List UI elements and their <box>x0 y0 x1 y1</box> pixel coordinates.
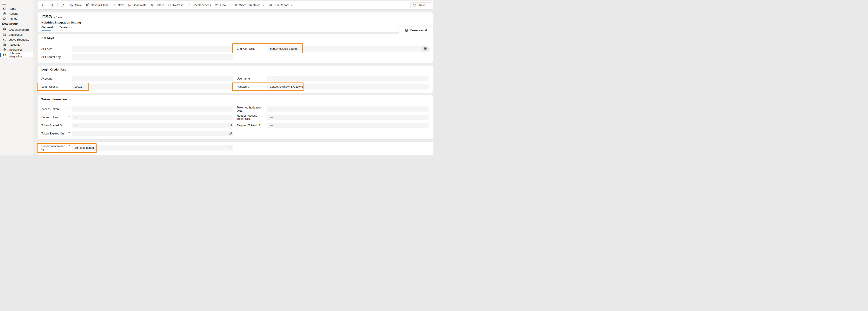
field-row: Access Token + --- <box>41 106 233 112</box>
field-row: API Key --- <box>41 46 233 51</box>
recommended-marker: + <box>68 115 70 117</box>
tab-general[interactable]: General <box>41 26 53 29</box>
form-selector-button[interactable] <box>49 2 57 8</box>
dashboard-icon <box>2 28 6 31</box>
form-header: ITSG - Saved Hubdrive Integration Settin… <box>37 12 433 32</box>
button-label: Word Templates <box>239 3 260 7</box>
form-assist-icon <box>405 29 409 32</box>
tab-label: Related <box>59 26 69 29</box>
api-secret-key-field[interactable]: --- <box>72 54 233 60</box>
date-picker-button[interactable] <box>229 132 232 136</box>
run-report-button[interactable]: Run Report <box>267 2 295 8</box>
hamburger-menu-button[interactable] <box>2 2 6 5</box>
back-button[interactable] <box>39 2 47 8</box>
tab-related[interactable]: Related <box>59 26 73 29</box>
chevron-down-icon[interactable] <box>29 18 32 20</box>
sidebar-item-label: Insurances <box>9 48 22 51</box>
sidebar-item-accounts[interactable]: Accounts <box>0 42 33 47</box>
api-key-field[interactable]: --- <box>72 46 233 51</box>
button-label: Refresh <box>173 3 183 7</box>
token-started-on-field[interactable]: --- <box>72 123 233 128</box>
sidebar-item-label: Recent <box>9 12 18 15</box>
field-label: Request Token URL <box>237 124 262 127</box>
recommended-marker: + <box>68 107 70 109</box>
check-access-button[interactable]: Check Access <box>185 2 213 8</box>
recommended-marker: + <box>68 131 70 134</box>
save-button[interactable]: Save <box>68 2 84 8</box>
form-icon <box>51 3 55 7</box>
open-url-button[interactable] <box>422 46 429 51</box>
field-row: Username --- <box>237 76 429 81</box>
button-label: Delete <box>156 3 164 7</box>
form-assist-button[interactable]: Form assist <box>399 27 433 34</box>
section-title: Login Credentials <box>41 68 66 71</box>
employee-badge-icon <box>2 33 6 36</box>
field-label: Request Access Token URL <box>237 114 257 120</box>
calendar-icon <box>229 124 232 128</box>
record-maintained-by-select[interactable]: Self Maintained <box>72 145 233 150</box>
save-and-close-button[interactable]: Save & Close <box>84 2 111 8</box>
globe-icon <box>424 47 427 51</box>
command-bar: Save Save & Close New Deactivate <box>37 1 433 9</box>
sidebar-group-label: New Group <box>2 22 18 25</box>
chevron-down-icon <box>71 26 73 29</box>
flow-button[interactable]: Flow <box>213 2 232 8</box>
field-label: Password <box>237 85 249 89</box>
deactivate-icon <box>128 3 131 7</box>
home-person-icon <box>2 38 6 41</box>
clock-icon <box>2 12 6 15</box>
password-field[interactable]: 12$d#?EWnbVY$]OcLwn} <box>267 84 429 90</box>
token-authorization-url-field[interactable]: --- <box>267 106 429 112</box>
word-templates-button[interactable]: Word Templates <box>232 2 267 8</box>
field-row: EndPoint URL https://test.xisi-eau.de <box>237 46 429 51</box>
refresh-button[interactable]: Refresh <box>166 2 185 8</box>
trash-icon <box>151 3 154 7</box>
date-picker-button[interactable] <box>229 124 232 128</box>
popout-icon <box>61 3 64 7</box>
username-field[interactable]: --- <box>267 76 429 81</box>
deactivate-button[interactable]: Deactivate <box>126 2 148 8</box>
request-token-url-field[interactable]: --- <box>267 123 429 128</box>
field-label: Token Authorization URL <box>237 106 261 112</box>
section-title: Api Keys <box>41 36 54 40</box>
sidebar-item-label: eAU Dashboard <box>9 28 29 31</box>
button-label: Share <box>417 4 425 7</box>
endpoint-url-field[interactable]: https://test.xisi-eau.de <box>267 46 429 51</box>
save-status: - Saved <box>54 16 63 19</box>
section-login-credentials: Login Credentials Account --- Login User… <box>37 66 433 93</box>
sidebar-item-insurances[interactable]: Insurances <box>0 47 33 52</box>
field-label: API Secret Key <box>41 56 61 59</box>
request-access-token-url-field[interactable]: --- <box>267 114 429 120</box>
sidebar-item-recent[interactable]: Recent <box>0 11 33 16</box>
field-row: Token Authorization URL --- <box>237 106 429 112</box>
token-expires-on-field[interactable]: --- <box>72 131 233 136</box>
chevron-down-icon[interactable] <box>228 147 231 149</box>
field-row: Request Access Token URL --- <box>237 114 429 120</box>
refresh-icon <box>168 3 172 7</box>
key-icon <box>187 3 191 7</box>
sidebar-item-label: Home <box>9 7 16 10</box>
field-label: Access Token <box>41 108 59 111</box>
sidebar-item-leave-requests[interactable]: Leave Requests <box>0 37 33 42</box>
share-button[interactable]: Share <box>410 2 431 8</box>
delete-button[interactable]: Delete <box>149 2 166 8</box>
save-close-icon <box>86 3 89 7</box>
back-arrow-icon <box>41 3 45 7</box>
sidebar-item-home[interactable]: Home <box>0 6 33 11</box>
sidebar-item-hubdrive-integration[interactable]: Hubdrive Integration... <box>0 52 33 58</box>
login-user-id-field[interactable]: 10011 <box>72 84 233 90</box>
button-label: Deactivate <box>132 3 146 7</box>
sidebar-item-pinned[interactable]: Pinned <box>0 16 33 21</box>
sidebar-item-employees[interactable]: Employees <box>0 32 33 37</box>
chevron-down-icon[interactable] <box>29 13 32 15</box>
field-row: Password 12$d#?EWnbVY$]OcLwn} <box>237 84 429 90</box>
access-token-field[interactable]: --- <box>72 106 233 112</box>
account-field[interactable]: --- <box>72 76 233 81</box>
secret-token-field[interactable]: --- <box>72 114 233 120</box>
open-in-new-window-button[interactable] <box>59 2 66 8</box>
button-label: New <box>118 3 123 7</box>
sidebar-item-eau-dashboard[interactable]: eAU Dashboard <box>0 27 33 32</box>
section-api-keys: Api Keys API Key --- API Secret Key --- … <box>37 34 433 63</box>
new-button[interactable]: New <box>111 2 126 8</box>
folder-icon <box>2 43 6 46</box>
